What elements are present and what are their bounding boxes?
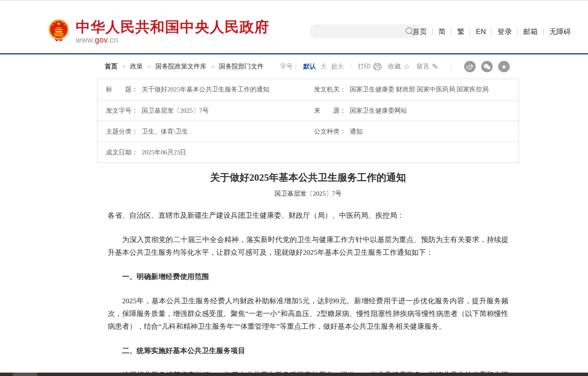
weibo-icon	[466, 63, 474, 70]
breadcrumb: 首页 > 政策 > 国务院政策文件库 > 国务院部门文件	[105, 63, 264, 71]
document-addressee: 各省、自治区、直辖市及新疆生产建设兵团卫生健康委、财政厅（局）、中医药局、疾控局…	[108, 209, 508, 222]
meta-label-title: 标 题：	[106, 85, 138, 94]
nav-item-accessibility[interactable]: 无障碍	[549, 27, 571, 37]
font-size-large-button[interactable]: 大	[320, 63, 327, 71]
meta-value-source: 国家卫生健康委网站	[350, 107, 407, 115]
site-url-cn: .cn	[107, 36, 118, 44]
print-button[interactable]: 打印	[358, 63, 382, 71]
printer-icon	[373, 63, 382, 71]
meta-row-title: 标 题： 关于做好2025年基本公共卫生服务工作的通知 发文机关： 国家卫生健康…	[97, 79, 519, 100]
footer-strip	[0, 373, 588, 376]
nav-item-login[interactable]: 登录	[497, 27, 512, 37]
nav-item-english[interactable]: EN	[476, 28, 486, 36]
nav-divider	[491, 28, 492, 35]
star-icon: ☆	[403, 63, 410, 71]
breadcrumb-separator: >	[148, 63, 151, 70]
nav-divider	[432, 28, 433, 35]
meta-label-category: 主题分类：	[106, 128, 138, 136]
nav-item-mail[interactable]: 邮箱	[523, 27, 538, 37]
site-url[interactable]: www.gov.cn	[76, 36, 269, 45]
nav-divider	[543, 28, 544, 35]
site-title[interactable]: 中华人民共和国中央人民政府	[76, 19, 269, 35]
search-box[interactable]	[309, 24, 419, 38]
section-heading-2: 二、统筹实施好基本公共卫生服务项目	[108, 345, 508, 357]
meta-value-doc-type: 通知	[350, 128, 363, 136]
toolbar-row: 首页 > 政策 > 国务院政策文件库 > 国务院部门文件 字号： 默认 大 超大…	[97, 54, 519, 79]
comment-label: 留言	[417, 63, 429, 71]
pencil-icon: ✎	[432, 63, 438, 71]
meta-label-doc-number: 发文字号：	[106, 107, 138, 115]
meta-label-issuing-agency: 发文机关：	[314, 85, 346, 94]
document-paragraph: 2025年，基本公共卫生服务经费人均财政补助标准增加5元，达到99元。新增经费用…	[108, 295, 508, 333]
share-weibo-button[interactable]	[464, 61, 476, 72]
meta-label-date: 成文日期：	[106, 148, 138, 157]
nav-divider	[517, 28, 518, 35]
search-input[interactable]	[309, 24, 405, 38]
share-qzone-button[interactable]: ★	[498, 61, 510, 72]
toolbar-divider	[451, 63, 452, 70]
site-url-gov: gov	[95, 36, 107, 44]
document-meta-table: 标 题： 关于做好2025年基本公共卫生服务工作的通知 发文机关： 国家卫生健康…	[97, 79, 519, 163]
nav-item-home[interactable]: 首页	[412, 27, 427, 37]
meta-value-issuing-agency: 国家卫生健康委 财政部 国家中医药局 国家疾控局	[350, 85, 488, 94]
breadcrumb-department-documents[interactable]: 国务院部门文件	[219, 63, 264, 71]
comment-button[interactable]: 留言 ✎	[417, 63, 438, 71]
font-size-default-button[interactable]: 默认	[303, 63, 316, 71]
toolbar-divider	[351, 63, 351, 70]
meta-label-doc-type: 公文种类：	[314, 128, 346, 136]
footer-strip-accent	[13, 373, 37, 376]
meta-row-date: 成文日期： 2025年06月23日	[97, 142, 519, 162]
meta-value-doc-number: 国卫基层发〔2025〕7号	[142, 107, 209, 115]
document-paragraph: 为深入贯彻党的二十届三中全会精神，落实新时代党的卫生与健康工作方针中以基层为重点…	[108, 234, 508, 259]
nav-item-simplified[interactable]: 简	[438, 27, 445, 37]
toolbar-tools: 字号： 默认 大 超大 打印 收藏 ☆ 留言 ✎	[280, 61, 510, 72]
main-content: 首页 > 政策 > 国务院政策文件库 > 国务院部门文件 字号： 默认 大 超大…	[97, 54, 519, 376]
qzone-star-icon: ★	[501, 64, 507, 70]
meta-value-title: 关于做好2025年基本公共卫生服务工作的通知	[142, 85, 269, 94]
font-size-xlarge-button[interactable]: 超大	[331, 63, 344, 71]
meta-value-date: 2025年06月23日	[142, 148, 186, 157]
document-title: 关于做好2025年基本公共卫生服务工作的通知	[108, 171, 508, 185]
meta-row-category: 主题分类： 卫生、体育\卫生 公文种类： 通知	[97, 121, 519, 142]
meta-label-source: 来 源：	[314, 107, 346, 115]
document-article: 关于做好2025年基本公共卫生服务工作的通知 国卫基层发〔2025〕7号 各省、…	[97, 171, 519, 376]
document-number: 国卫基层发〔2025〕7号	[108, 190, 508, 198]
site-identity: 中华人民共和国中央人民政府 www.gov.cn	[76, 19, 269, 45]
breadcrumb-policy[interactable]: 政策	[130, 63, 143, 71]
top-nav: 首页 简 繁 EN 登录 邮箱 无障碍	[412, 27, 571, 37]
nav-divider	[470, 28, 470, 35]
wechat-icon	[483, 63, 491, 70]
breadcrumb-separator: >	[122, 63, 126, 70]
breadcrumb-separator: >	[211, 63, 214, 70]
meta-value-category: 卫生、体育\卫生	[142, 128, 188, 136]
site-url-www: www.	[76, 36, 95, 44]
breadcrumb-policy-library[interactable]: 国务院政策文件库	[155, 63, 206, 71]
national-emblem-logo[interactable]	[48, 19, 70, 44]
nav-divider	[451, 28, 451, 35]
font-size-label: 字号：	[280, 63, 299, 71]
meta-row-doc-number: 发文字号： 国卫基层发〔2025〕7号 来 源： 国家卫生健康委网站	[97, 100, 519, 121]
favorite-button[interactable]: 收藏 ☆	[388, 63, 410, 71]
section-heading-1: 一、明确新增经费使用范围	[108, 271, 508, 283]
breadcrumb-home[interactable]: 首页	[105, 63, 117, 71]
nav-item-traditional[interactable]: 繁	[457, 27, 464, 37]
share-wechat-button[interactable]	[481, 61, 493, 72]
favorite-label: 收藏	[388, 63, 401, 71]
print-label: 打印	[358, 63, 371, 71]
site-header: 中华人民共和国中央人民政府 www.gov.cn 首页 简 繁 EN 登录 邮箱…	[0, 1, 588, 54]
